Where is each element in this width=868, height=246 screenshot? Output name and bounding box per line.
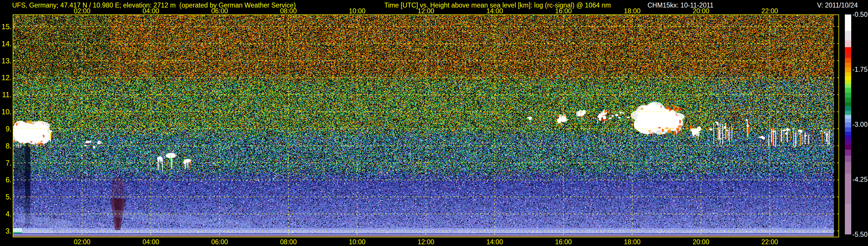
x-tick-top-22:00: 22:00	[756, 7, 783, 15]
x-tick-bottom-22:00: 22:00	[756, 238, 783, 246]
x-tick-bottom-18:00: 18:00	[619, 238, 645, 246]
y-tick-13: 13.	[0, 56, 11, 65]
version-label: V: 2011/10/24	[817, 1, 858, 9]
y-tick-5: 5.	[0, 192, 11, 201]
x-tick-top-04:00: 04:00	[138, 7, 164, 15]
x-tick-top-12:00: 12:00	[413, 7, 439, 15]
x-tick-bottom-10:00: 10:00	[344, 238, 370, 246]
colorbar-tick--1.75: -1.75	[852, 65, 867, 73]
x-tick-bottom-14:00: 14:00	[482, 238, 508, 246]
backscatter-heatmap	[13, 15, 838, 237]
x-tick-top-06:00: 06:00	[207, 7, 232, 15]
y-tick-12: 12.	[0, 73, 11, 82]
x-tick-top-18:00: 18:00	[619, 7, 645, 15]
x-tick-bottom-12:00: 12:00	[413, 238, 439, 246]
x-tick-bottom-08:00: 08:00	[275, 238, 302, 246]
x-tick-bottom-06:00: 06:00	[207, 238, 232, 246]
y-tick-6: 6.	[0, 175, 11, 184]
y-tick-3: 3.	[0, 226, 11, 235]
y-tick-14: 14.	[0, 39, 11, 48]
y-tick-11: 11.	[0, 90, 11, 99]
y-tick-4: 4.	[0, 210, 11, 218]
colorbar-tick--0.50: -0.50	[852, 10, 867, 19]
x-tick-top-14:00: 14:00	[482, 7, 508, 15]
y-tick-7: 7.	[0, 159, 11, 167]
x-tick-top-02:00: 02:00	[69, 7, 95, 15]
colorbar	[845, 14, 851, 235]
x-tick-top-08:00: 08:00	[275, 7, 302, 15]
x-tick-bottom-20:00: 20:00	[688, 238, 714, 246]
colorbar-tick--5.50: -5.50	[852, 230, 867, 239]
x-tick-bottom-16:00: 16:00	[550, 238, 576, 246]
x-tick-top-10:00: 10:00	[344, 7, 370, 15]
x-tick-top-16:00: 16:00	[550, 7, 576, 15]
y-tick-8: 8.	[0, 142, 11, 150]
y-tick-9: 9.	[0, 124, 11, 133]
colorbar-tick--4.25: -4.25	[852, 175, 867, 183]
x-tick-top-20:00: 20:00	[688, 7, 714, 15]
y-tick-15: 15.	[0, 22, 11, 31]
colorbar-tick--3.00: -3.00	[852, 120, 867, 128]
x-tick-bottom-02:00: 02:00	[69, 238, 95, 246]
ceilometer-quicklook-screen: UFS, Germany; 47.417 N / 10.980 E; eleva…	[0, 0, 868, 246]
y-tick-10: 10.	[0, 107, 11, 116]
x-tick-bottom-04:00: 04:00	[138, 238, 164, 246]
